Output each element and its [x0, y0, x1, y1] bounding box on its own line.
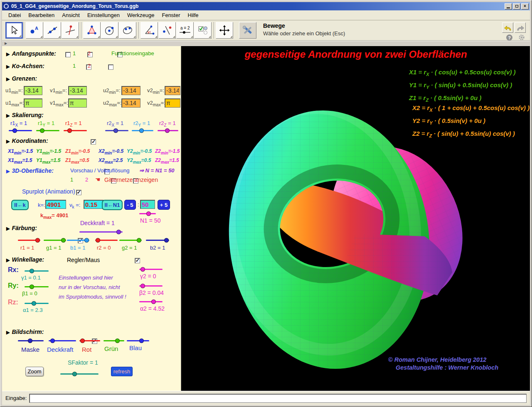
blau-slider[interactable]	[127, 338, 149, 343]
minus-5-button[interactable]: - 5	[124, 200, 136, 210]
grenzen-field-u1min[interactable]	[24, 86, 42, 95]
n1-field[interactable]	[140, 200, 155, 209]
tool-dropdown-arrow[interactable]	[76, 36, 78, 38]
slider-knob[interactable]	[50, 338, 55, 343]
slider-knob[interactable]	[35, 238, 40, 243]
deckkraft-slider[interactable]	[79, 229, 123, 235]
slider-knob[interactable]	[164, 238, 169, 243]
tool-dropdown-arrow[interactable]	[98, 36, 100, 38]
pause-k-button[interactable]: II←k	[11, 200, 29, 210]
tool-dropdown-arrow[interactable]	[116, 36, 118, 38]
tool-dropdown-arrow[interactable]	[19, 35, 21, 37]
slider-knob[interactable]	[84, 238, 89, 243]
grenzen-field-v1min[interactable]	[68, 86, 87, 95]
slider-knob[interactable]	[12, 128, 17, 133]
tool-move-view[interactable]	[216, 22, 233, 39]
grenzen-field-u2min[interactable]	[121, 86, 140, 95]
panel-collapse-strip[interactable]: ▶	[2, 41, 530, 46]
grenzen-field-v2min[interactable]	[165, 86, 180, 95]
tool-dropdown-arrow[interactable]	[230, 36, 232, 38]
r1x-slider[interactable]	[9, 127, 32, 133]
undo-button[interactable]	[502, 22, 513, 33]
tool-new-point[interactable]: A	[26, 22, 43, 39]
r1z-slider[interactable]	[64, 127, 87, 133]
close-button[interactable]: ×	[521, 3, 529, 10]
tool-ellipse[interactable]	[119, 22, 136, 39]
menu-datei[interactable]: Datei	[5, 11, 25, 20]
eingabe-input[interactable]	[29, 394, 527, 403]
g1-slider[interactable]	[44, 237, 66, 243]
tool-dropdown-arrow[interactable]	[58, 36, 60, 38]
tool-circle[interactable]	[101, 22, 118, 39]
slider-knob[interactable]	[72, 372, 77, 376]
help-button[interactable]: ?	[506, 34, 512, 41]
slider-knob[interactable]	[30, 269, 34, 273]
slider-knob[interactable]	[96, 238, 100, 243]
maximize-button[interactable]	[513, 3, 520, 10]
slider-knob[interactable]	[28, 338, 32, 343]
toolbar-customize-button[interactable]	[239, 22, 256, 39]
gruen-slider[interactable]	[103, 338, 124, 343]
plus-5-button[interactable]: + 5	[158, 200, 170, 210]
tool-dropdown-arrow[interactable]	[173, 36, 175, 38]
checkbox-anfang-1[interactable]	[65, 52, 71, 57]
slider-knob[interactable]	[32, 301, 36, 306]
rx-slider[interactable]	[25, 268, 49, 274]
r2x-slider[interactable]	[105, 127, 128, 133]
deckkraft-screen-slider[interactable]	[49, 338, 76, 343]
checkbox-regler-maus[interactable]: ✓	[135, 258, 140, 263]
rot-slider[interactable]	[79, 338, 100, 343]
beta2-slider[interactable]	[139, 283, 163, 289]
tool-checkbox-object[interactable]	[194, 22, 212, 39]
slider-knob[interactable]	[80, 338, 85, 343]
vk-field[interactable]	[84, 200, 103, 209]
maske-slider[interactable]	[18, 338, 44, 343]
slider-knob[interactable]	[40, 128, 44, 133]
tool-reflect[interactable]	[158, 22, 176, 39]
tool-angle[interactable]: α	[140, 22, 158, 39]
slider-knob[interactable]	[113, 128, 118, 133]
tool-dropdown-arrow[interactable]	[133, 36, 135, 38]
grenzen-field-u1max[interactable]	[24, 98, 42, 108]
menu-werkzeuge[interactable]: Werkzeuge	[123, 11, 158, 20]
slider-knob[interactable]	[146, 211, 151, 216]
slider-knob[interactable]	[30, 284, 34, 289]
slider-knob[interactable]	[151, 299, 156, 304]
checkbox-koordinaten[interactable]: ✓	[91, 139, 96, 145]
grenzen-field-u2max[interactable]	[121, 98, 140, 108]
slider-knob[interactable]	[140, 284, 145, 288]
tool-special-line[interactable]	[62, 22, 79, 39]
n1-mini-slider[interactable]	[139, 211, 156, 216]
r2y-slider[interactable]	[132, 127, 153, 133]
menu-hilfe[interactable]: Hilfe	[184, 11, 202, 20]
zoom-button[interactable]: Zoom	[25, 367, 44, 376]
r2-slider[interactable]	[95, 237, 118, 243]
checkbox-koachsen-2[interactable]	[108, 64, 113, 70]
grenzen-field-v2max[interactable]	[165, 98, 180, 108]
menu-bearbeiten[interactable]: Bearbeiten	[25, 11, 58, 20]
menu-fenster[interactable]: Fenster	[158, 11, 184, 20]
minimize-button[interactable]	[505, 3, 512, 10]
tool-line[interactable]	[44, 22, 61, 39]
r1-slider[interactable]	[18, 237, 40, 243]
k-field[interactable]	[45, 200, 66, 209]
tool-polygon[interactable]	[83, 22, 101, 39]
r1y-slider[interactable]	[36, 127, 59, 133]
r2z-slider[interactable]	[158, 127, 178, 133]
rz-slider[interactable]	[25, 300, 49, 306]
slider-knob[interactable]	[116, 230, 121, 234]
menu-ansicht[interactable]: Ansicht	[58, 11, 84, 20]
slider-knob[interactable]	[61, 238, 66, 243]
tool-dropdown-arrow[interactable]	[191, 36, 193, 38]
b2-slider[interactable]	[146, 237, 169, 243]
g2-slider[interactable]	[119, 237, 142, 243]
title-bar[interactable]: 05_1_GG4_gegenseitige_Anordung_Torus_Tor…	[2, 2, 530, 10]
slider-knob[interactable]	[115, 338, 120, 343]
collapse-arrow-icon[interactable]: ▶	[5, 42, 7, 45]
tool-dropdown-arrow[interactable]	[155, 36, 157, 38]
grenzen-field-v1max[interactable]	[68, 98, 87, 108]
redo-button[interactable]	[515, 22, 526, 33]
slider-knob[interactable]	[165, 128, 170, 133]
menu-einstellungen[interactable]: Einstellungen	[84, 11, 123, 20]
slider-knob[interactable]	[67, 128, 72, 133]
